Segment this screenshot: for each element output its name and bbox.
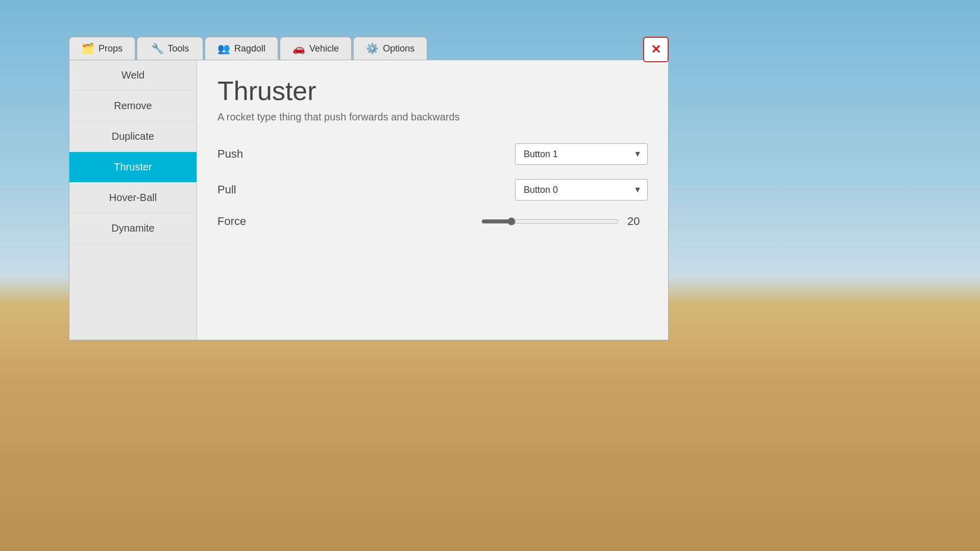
force-slider[interactable]: [481, 217, 619, 226]
sidebar-item-hoverball[interactable]: Hover-Ball: [69, 183, 197, 213]
sidebar: Weld Remove Duplicate Thruster Hover-Bal…: [69, 60, 197, 340]
ragdoll-icon: 👥: [217, 42, 230, 55]
content-area: Thruster A rocket type thing that push f…: [197, 60, 668, 340]
main-panel: Weld Remove Duplicate Thruster Hover-Bal…: [69, 60, 669, 340]
tab-props[interactable]: 🗂️ Props: [69, 37, 135, 60]
pull-setting-row: Pull Button 0 Button 1 Button 2 Button 3…: [217, 179, 648, 201]
sidebar-item-dynamite[interactable]: Dynamite: [69, 213, 197, 244]
push-select[interactable]: Button 0 Button 1 Button 2 Button 3: [515, 143, 648, 165]
content-subtitle: A rocket type thing that push forwards a…: [217, 111, 648, 123]
tab-options-label: Options: [383, 43, 414, 54]
tab-tools[interactable]: 🔧 Tools: [137, 37, 203, 60]
content-title: Thruster: [217, 76, 648, 106]
sidebar-item-remove[interactable]: Remove: [69, 91, 197, 121]
tab-props-label: Props: [99, 43, 122, 54]
tab-bar: 🗂️ Props 🔧 Tools 👥 Ragdoll 🚗 Vehicle ⚙️ …: [69, 37, 669, 60]
push-setting-row: Push Button 0 Button 1 Button 2 Button 3…: [217, 143, 648, 165]
tab-options[interactable]: ⚙️ Options: [353, 37, 427, 60]
props-icon: 🗂️: [82, 42, 94, 55]
tab-ragdoll-label: Ragdoll: [234, 43, 265, 54]
vehicle-icon: 🚗: [292, 42, 305, 55]
ui-container: 🗂️ Props 🔧 Tools 👥 Ragdoll 🚗 Vehicle ⚙️ …: [69, 37, 669, 340]
force-label: Force: [217, 215, 320, 228]
pull-dropdown[interactable]: Button 0 Button 1 Button 2 Button 3 ▼: [515, 179, 648, 201]
pull-label: Pull: [217, 183, 320, 196]
sidebar-item-weld[interactable]: Weld: [69, 60, 197, 91]
force-setting-row: Force 20: [217, 215, 648, 228]
force-slider-control: 20: [481, 215, 648, 228]
sidebar-item-thruster[interactable]: Thruster: [69, 152, 197, 183]
tab-ragdoll[interactable]: 👥 Ragdoll: [205, 37, 278, 60]
pull-select[interactable]: Button 0 Button 1 Button 2 Button 3: [515, 179, 648, 201]
options-icon: ⚙️: [366, 42, 379, 55]
push-label: Push: [217, 147, 320, 161]
tools-icon: 🔧: [151, 42, 164, 55]
force-value: 20: [627, 215, 648, 228]
tab-vehicle[interactable]: 🚗 Vehicle: [280, 37, 352, 60]
push-dropdown[interactable]: Button 0 Button 1 Button 2 Button 3 ▼: [515, 143, 648, 165]
tab-tools-label: Tools: [168, 43, 189, 54]
close-button[interactable]: ✕: [643, 37, 669, 62]
tab-vehicle-label: Vehicle: [309, 43, 339, 54]
sidebar-item-duplicate[interactable]: Duplicate: [69, 121, 197, 152]
